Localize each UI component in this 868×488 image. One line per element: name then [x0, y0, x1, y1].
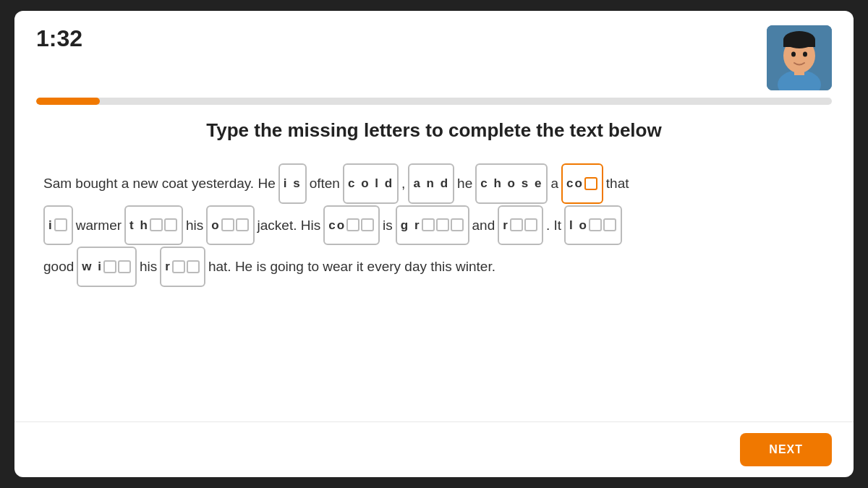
- text-he: he: [457, 164, 472, 202]
- blank-input[interactable]: [436, 218, 449, 231]
- text-area: Sam bought a new coat yesterday. He i s …: [43, 163, 825, 287]
- text-that: that: [606, 164, 629, 202]
- blank-input[interactable]: [221, 218, 234, 231]
- blank-input[interactable]: [150, 218, 163, 231]
- word-box-r2-blank[interactable]: r: [160, 247, 205, 287]
- blank-input[interactable]: [187, 260, 200, 273]
- footer: NEXT: [14, 421, 854, 477]
- blank-input[interactable]: [118, 260, 131, 273]
- blank-input[interactable]: [164, 218, 177, 231]
- word-box-th-blank[interactable]: t h: [124, 205, 183, 246]
- word-box-chose[interactable]: c h o s e: [475, 163, 548, 204]
- text-and2: and: [472, 206, 495, 244]
- text-comma: ,: [401, 164, 405, 202]
- next-button[interactable]: NEXT: [740, 433, 832, 466]
- word-box-gr-blank[interactable]: g r: [396, 205, 469, 246]
- text-warmer: warmer: [76, 206, 122, 244]
- blank-input[interactable]: [589, 218, 602, 231]
- word-box-co-blank[interactable]: c o: [561, 163, 603, 204]
- word-box-o-blank[interactable]: o: [206, 205, 254, 246]
- instruction: Type the missing letters to complete the…: [43, 119, 825, 142]
- blank-input[interactable]: [361, 218, 374, 231]
- text-his3: his: [140, 247, 157, 286]
- text-line-1: Sam bought a new coat yesterday. He i s …: [43, 163, 825, 204]
- text-often: often: [310, 164, 340, 202]
- blank-input[interactable]: [236, 218, 249, 231]
- svg-point-7: [803, 52, 807, 57]
- blank-input[interactable]: [524, 218, 537, 231]
- svg-point-6: [791, 52, 796, 57]
- header: 1:32: [14, 11, 854, 90]
- word-box-i-blank[interactable]: i: [43, 205, 73, 246]
- word-box-lo-blank[interactable]: l o: [564, 205, 622, 246]
- word-box-cold[interactable]: c o l d: [343, 163, 399, 204]
- text-it: . It: [546, 206, 561, 244]
- blank-input[interactable]: [103, 260, 116, 273]
- blank-input[interactable]: [172, 260, 185, 273]
- word-box-co2-blank[interactable]: c o: [323, 205, 380, 246]
- text-line-3: good w i his r hat. He is going to wear: [43, 247, 825, 287]
- text-his1: his: [186, 206, 203, 244]
- text-good: good: [43, 247, 74, 286]
- timer: 1:32: [36, 25, 82, 52]
- avatar: [767, 25, 832, 90]
- text-a: a: [550, 164, 558, 202]
- text-jacket: jacket. His: [258, 206, 321, 244]
- blank-input[interactable]: [422, 218, 435, 231]
- word-box-and[interactable]: a n d: [408, 163, 454, 204]
- text-line-2: i warmer t h his o: [43, 205, 825, 246]
- blank-input[interactable]: [603, 218, 616, 231]
- word-box-wi-blank[interactable]: w i: [77, 247, 137, 287]
- main-content: Type the missing letters to complete the…: [14, 105, 854, 421]
- blank-input[interactable]: [54, 218, 67, 231]
- blank-input[interactable]: [584, 177, 597, 190]
- text-hat-rest: hat. He is going to wear it every day th…: [208, 247, 495, 286]
- svg-rect-5: [783, 40, 815, 47]
- text-is: is: [383, 206, 393, 244]
- blank-input[interactable]: [451, 218, 464, 231]
- blank-input[interactable]: [346, 218, 359, 231]
- progress-bar-fill: [36, 98, 100, 105]
- progress-bar-container: [36, 98, 832, 105]
- app-container: 1:32: [14, 11, 854, 477]
- text-intro: Sam bought a new coat yesterday. He: [43, 164, 276, 202]
- word-box-is[interactable]: i s: [278, 163, 307, 204]
- word-box-r-blank[interactable]: r: [498, 205, 543, 246]
- blank-input[interactable]: [510, 218, 523, 231]
